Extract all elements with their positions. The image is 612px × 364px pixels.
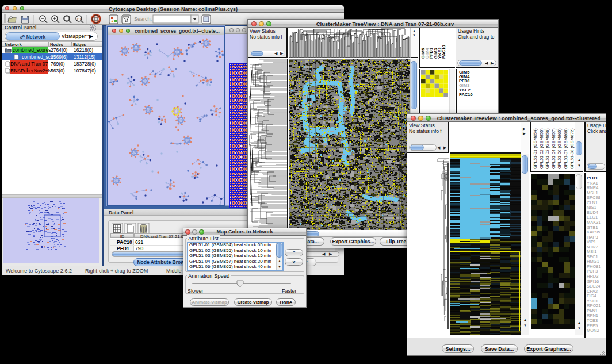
svg-text:1:1: 1:1 — [76, 17, 82, 21]
svg-text:Search:: Search: — [134, 16, 152, 22]
